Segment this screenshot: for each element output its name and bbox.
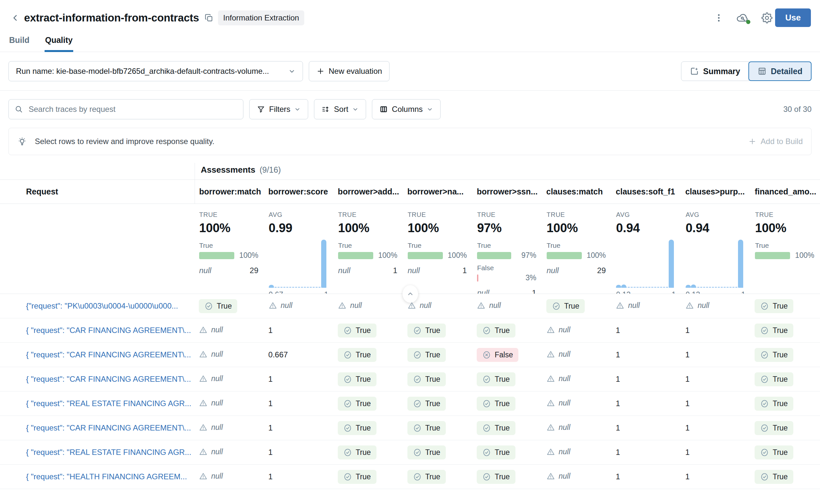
summary-cell: TRUE100%True100%null29	[195, 204, 264, 294]
request-cell: { "request": "CAR FINANCING AGREEMENT\..…	[0, 375, 195, 384]
histogram-bar	[738, 240, 743, 288]
summary-chart-icon	[690, 67, 699, 76]
score-histogram: 0.671	[269, 239, 329, 294]
true-pill: True	[755, 324, 793, 338]
distribution-list: True100%null1	[408, 242, 468, 275]
plus-icon	[748, 137, 757, 146]
true-pill: True	[407, 348, 446, 362]
warning-triangle-icon	[199, 447, 208, 456]
null-value: null	[199, 399, 223, 407]
chevron-up-icon	[407, 290, 414, 298]
table-row: { "request": "HEALTH FINANCING AGREEM...…	[0, 465, 820, 489]
assessment-column-header[interactable]: borrower>add...	[333, 180, 403, 204]
request-link[interactable]: { "request": "CAR FINANCING AGREEMENT\..…	[26, 423, 191, 432]
request-link[interactable]: {"request": "PK\u0003\u0004-\u0000\u000.…	[26, 301, 178, 310]
request-link[interactable]: { "request": "CAR FINANCING AGREEMENT\..…	[26, 350, 191, 359]
tab-quality[interactable]: Quality	[45, 32, 74, 52]
kebab-menu-icon[interactable]	[714, 13, 724, 23]
null-label: null	[547, 266, 559, 275]
assessment-cell: null	[264, 301, 334, 311]
true-pill: True	[477, 470, 515, 484]
true-pill: True	[407, 372, 446, 386]
assessment-column-header[interactable]: borrower>na...	[403, 180, 473, 204]
check-circle-icon	[413, 399, 422, 408]
numeric-value: 0.667	[268, 350, 288, 359]
true-pill: True	[755, 348, 793, 362]
numeric-value: 1	[616, 399, 620, 408]
check-circle-icon	[760, 472, 769, 481]
true-pill: True	[199, 299, 237, 313]
numeric-value: 1	[616, 350, 620, 359]
true-pill: True	[407, 470, 446, 484]
assessment-column-header[interactable]: clauses:match	[542, 180, 612, 204]
assessment-cell: True	[403, 421, 473, 435]
warning-triangle-icon	[616, 301, 625, 310]
distribution-bar	[477, 252, 511, 259]
summary-divider	[0, 294, 820, 294]
assessment-cell: 1	[612, 399, 681, 408]
summary-stat-label: TRUE	[338, 211, 398, 219]
sort-button[interactable]: Sort	[314, 99, 366, 119]
assessment-column-header[interactable]: borrower:match	[195, 180, 264, 204]
true-pill: True	[477, 324, 515, 338]
summary-view-button[interactable]: Summary	[681, 61, 749, 81]
distribution-label: False	[477, 264, 538, 272]
check-circle-icon	[343, 448, 352, 457]
request-link[interactable]: { "request": "HEALTH FINANCING AGREEM...	[26, 472, 187, 481]
filters-button[interactable]: Filters	[249, 99, 308, 119]
null-count-line: null1	[338, 266, 397, 275]
use-button[interactable]: Use	[775, 8, 811, 27]
assessment-cell: True	[473, 445, 542, 459]
collapse-summary-button[interactable]	[402, 285, 418, 303]
request-summary-spacer	[0, 204, 195, 294]
histogram-bar	[269, 285, 274, 288]
summary-cell: TRUE100%True100%null1	[333, 204, 403, 294]
run-name-dropdown[interactable]: Run name: kie-base-model-bfb7265d_archik…	[8, 61, 303, 81]
distribution-item: False3%	[477, 264, 538, 282]
assessment-cell: True	[473, 397, 542, 411]
add-to-build-button[interactable]: Add to Build	[748, 137, 803, 146]
new-evaluation-button[interactable]: New evaluation	[309, 61, 389, 81]
null-value: null	[685, 301, 709, 310]
tip-message: Select rows to review and improve respon…	[35, 137, 214, 146]
request-link[interactable]: { "request": "REAL ESTATE FINANCING AGR.…	[26, 448, 191, 457]
detailed-view-button[interactable]: Detailed	[748, 61, 812, 81]
request-cell: { "request": "CAR FINANCING AGREEMENT\..…	[0, 326, 195, 335]
null-value: null	[477, 301, 501, 310]
gear-icon[interactable]	[761, 12, 773, 23]
copy-icon[interactable]	[204, 13, 213, 22]
assessment-cell: True	[750, 299, 820, 313]
search-input[interactable]	[28, 104, 237, 114]
assessment-column-header[interactable]: borrower:score	[264, 180, 334, 204]
cloud-key-status-icon[interactable]	[736, 12, 749, 23]
assessment-column-header[interactable]: clauses:soft_f1	[612, 180, 681, 204]
connected-status-dot	[746, 20, 750, 24]
assessment-column-header[interactable]: clauses>purp...	[681, 180, 751, 204]
columns-button[interactable]: Columns	[372, 99, 441, 119]
warning-triangle-icon	[546, 472, 555, 481]
request-link[interactable]: { "request": "REAL ESTATE FINANCING AGR.…	[26, 399, 191, 408]
assessments-band-label: Assessments (9/16)	[195, 163, 820, 179]
assessment-cell: True	[333, 372, 403, 386]
check-circle-icon	[343, 424, 352, 432]
assessment-cell: True	[403, 470, 473, 484]
assessment-cell: 1	[612, 326, 681, 335]
page: extract-information-from-contracts Infor…	[0, 0, 820, 489]
axis-min-label: 0.67	[269, 290, 283, 294]
check-circle-icon	[482, 399, 491, 408]
tab-build[interactable]: Build	[8, 32, 30, 52]
back-button[interactable]	[8, 11, 22, 25]
task-type-badge: Information Extraction	[218, 10, 304, 25]
request-link[interactable]: { "request": "CAR FINANCING AGREEMENT\..…	[26, 375, 191, 383]
request-link[interactable]: { "request": "CAR FINANCING AGREEMENT\..…	[26, 326, 191, 335]
null-count-line: null29	[199, 266, 258, 275]
warning-triangle-icon	[199, 350, 208, 359]
null-count-line: null29	[547, 266, 606, 275]
null-value: null	[616, 301, 640, 310]
search-box[interactable]	[8, 99, 243, 119]
check-circle-icon	[413, 472, 422, 481]
check-circle-icon	[760, 424, 769, 432]
assessment-column-header[interactable]: borrower>ssn...	[473, 180, 542, 204]
table-row: { "request": "CAR FINANCING AGREEMENT\..…	[0, 416, 820, 440]
assessment-column-header[interactable]: financed_amo...	[750, 180, 820, 204]
